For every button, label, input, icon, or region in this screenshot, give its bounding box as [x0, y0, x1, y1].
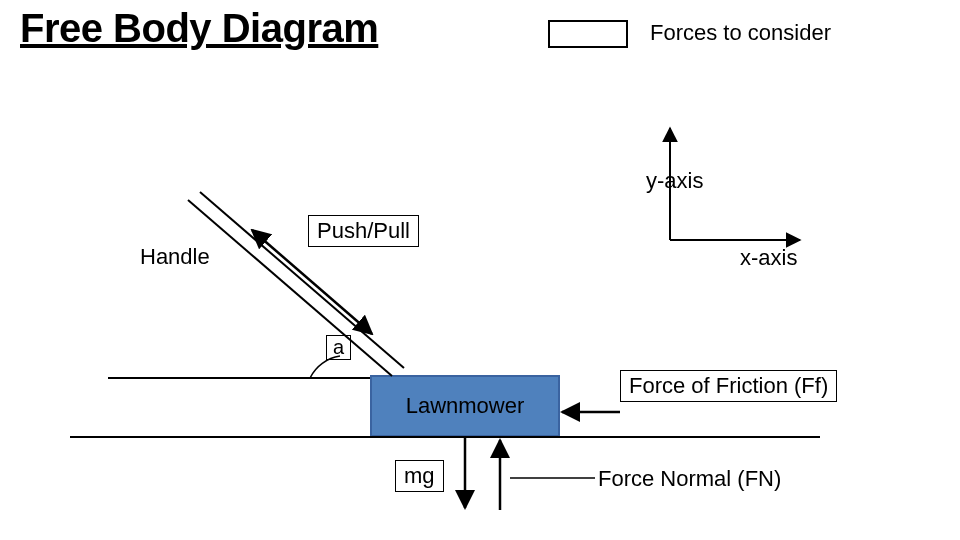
page-title: Free Body Diagram	[20, 6, 378, 51]
angle-label: a	[326, 335, 351, 360]
lawnmower-label: Lawnmower	[406, 393, 525, 419]
y-axis-label: y-axis	[646, 168, 703, 194]
legend-caption: Forces to consider	[650, 20, 831, 46]
lawnmower-body: Lawnmower	[370, 375, 560, 437]
handle-label: Handle	[140, 244, 210, 270]
friction-label: Force of Friction (Ff)	[620, 370, 837, 402]
diagram-stage: Free Body Diagram Forces to consider y-a…	[0, 0, 960, 540]
mg-label: mg	[395, 460, 444, 492]
push-pull-label: Push/Pull	[308, 215, 419, 247]
legend-swatch	[548, 20, 628, 48]
diagram-lines	[0, 0, 960, 540]
normal-label: Force Normal (FN)	[598, 466, 781, 492]
x-axis-label: x-axis	[740, 245, 797, 271]
